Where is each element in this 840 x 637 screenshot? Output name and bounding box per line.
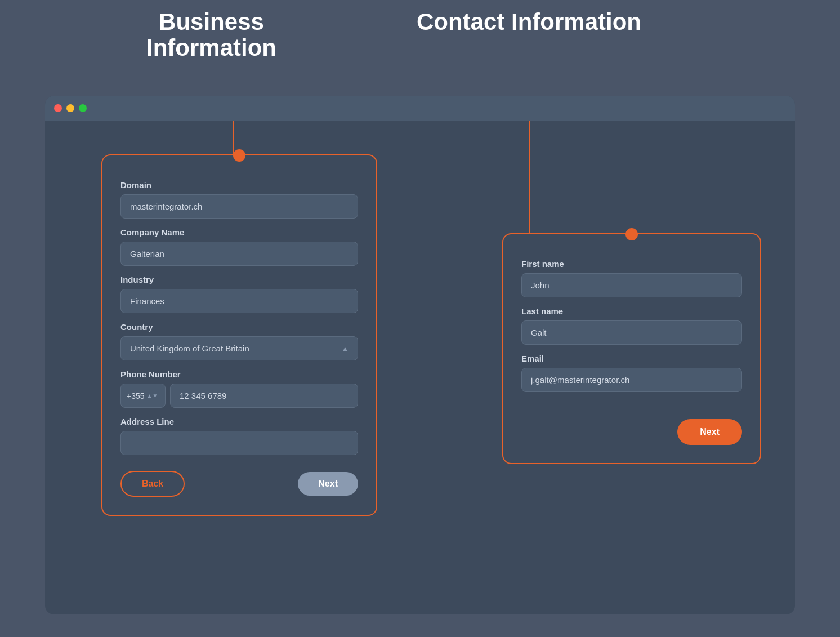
phone-number-input[interactable] xyxy=(170,384,358,408)
business-btn-row: Back Next xyxy=(120,471,358,497)
first-name-label: First name xyxy=(521,259,742,269)
window-minimize-dot xyxy=(66,104,74,112)
business-card-dot xyxy=(233,149,245,162)
address-input[interactable] xyxy=(120,431,358,455)
window-maximize-dot xyxy=(79,104,87,112)
page-wrapper: Business Information Contact Information… xyxy=(0,0,840,637)
phone-label: Phone Number xyxy=(120,369,358,379)
domain-input[interactable] xyxy=(120,194,358,219)
chevron-up-icon: ▲ xyxy=(342,345,348,353)
contact-info-card: First name Last name Email Next xyxy=(502,233,761,464)
last-name-input[interactable] xyxy=(521,320,742,345)
last-name-label: Last name xyxy=(521,306,742,316)
first-name-input[interactable] xyxy=(521,273,742,297)
window-close-dot xyxy=(54,104,62,112)
next-button-contact[interactable]: Next xyxy=(677,419,742,445)
back-button[interactable]: Back xyxy=(120,471,185,497)
browser-window: Domain Company Name Industry Country Uni… xyxy=(45,96,795,614)
email-label: Email xyxy=(521,354,742,363)
email-input[interactable] xyxy=(521,368,742,392)
country-label: Country xyxy=(120,322,358,332)
company-label: Company Name xyxy=(120,228,358,237)
country-value: United Kingdom of Great Britain xyxy=(130,344,249,353)
company-input[interactable] xyxy=(120,242,358,266)
business-info-card: Domain Company Name Industry Country Uni… xyxy=(101,154,377,516)
domain-label: Domain xyxy=(120,180,358,190)
browser-content: Domain Company Name Industry Country Uni… xyxy=(45,121,795,614)
contact-card-dot xyxy=(625,228,638,240)
phone-prefix-selector[interactable]: +355 ▲▼ xyxy=(120,384,166,408)
business-info-heading: Business Information xyxy=(146,9,276,61)
phone-prefix-value: +355 xyxy=(127,391,145,400)
industry-label: Industry xyxy=(120,275,358,284)
country-select[interactable]: United Kingdom of Great Britain ▲ xyxy=(120,336,358,360)
contact-info-heading: Contact Information xyxy=(417,9,641,35)
address-label: Address Line xyxy=(120,417,358,426)
next-button-business[interactable]: Next xyxy=(298,472,358,496)
industry-input[interactable] xyxy=(120,289,358,313)
phone-row: +355 ▲▼ xyxy=(120,384,358,408)
browser-titlebar xyxy=(45,96,795,121)
prefix-chevron-icon: ▲▼ xyxy=(147,393,158,399)
